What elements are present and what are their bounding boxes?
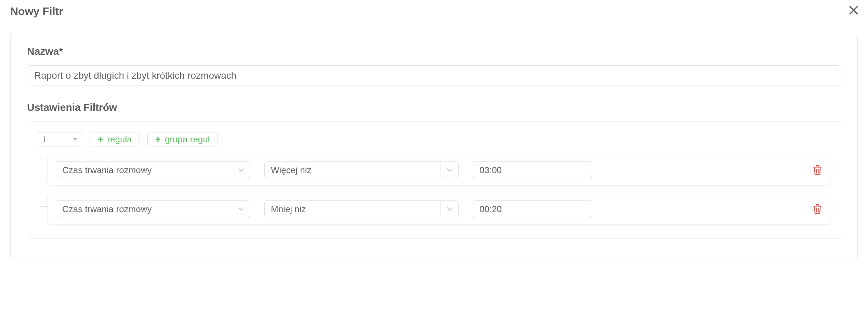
filter-settings-label: Ustawienia Filtrów	[27, 102, 841, 113]
rule-field-select[interactable]: Czas trwania rozmowy	[56, 200, 250, 218]
rule-operator-select[interactable]: Mniej niż	[264, 200, 459, 218]
dialog-title: Nowy Filtr	[10, 5, 63, 18]
chevron-down-icon	[440, 201, 458, 218]
add-rule-button[interactable]: + reguła	[90, 132, 140, 146]
rule-tree: Czas trwania rozmowy Więcej niż	[37, 155, 831, 224]
plus-icon: +	[155, 134, 161, 144]
close-icon	[848, 4, 859, 18]
rule-operator-select[interactable]: Więcej niż	[264, 161, 459, 179]
plus-icon: +	[97, 134, 103, 144]
close-button[interactable]	[846, 5, 861, 18]
trash-icon	[812, 204, 823, 215]
rule-value-input[interactable]	[473, 200, 592, 218]
rule-operator-value: Mniej niż	[265, 201, 440, 218]
chevron-down-icon	[232, 162, 250, 179]
rule-row: Czas trwania rozmowy Więcej niż	[47, 155, 831, 185]
rule-field-value: Czas trwania rozmowy	[56, 201, 232, 218]
add-rule-group-button[interactable]: + grupa reguł	[147, 132, 218, 146]
chevron-down-icon	[440, 162, 458, 179]
form-panel: Nazwa* Ustawienia Filtrów i + reguła + g…	[10, 33, 858, 259]
chevron-down-icon	[232, 201, 250, 218]
trash-icon	[812, 165, 823, 176]
conjunction-select[interactable]: i	[37, 132, 82, 146]
rule-field-select[interactable]: Czas trwania rozmowy	[56, 161, 250, 179]
rules-toolbar: i + reguła + grupa reguł	[37, 132, 831, 146]
delete-rule-button[interactable]	[812, 165, 823, 176]
add-rule-label: reguła	[107, 134, 132, 145]
dialog-header: Nowy Filtr	[0, 0, 868, 25]
rule-row: Czas trwania rozmowy Mniej niż	[47, 194, 831, 224]
delete-rule-button[interactable]	[812, 204, 823, 215]
rule-field-value: Czas trwania rozmowy	[56, 162, 232, 179]
conjunction-value: i	[43, 134, 45, 144]
caret-down-icon	[73, 138, 78, 141]
rule-operator-value: Więcej niż	[265, 162, 440, 179]
rules-container: i + reguła + grupa reguł Czas trwania ro…	[27, 121, 841, 239]
rule-value-input[interactable]	[473, 161, 592, 179]
name-input[interactable]	[27, 65, 841, 86]
name-label: Nazwa*	[27, 46, 841, 57]
add-group-label: grupa reguł	[165, 134, 210, 145]
